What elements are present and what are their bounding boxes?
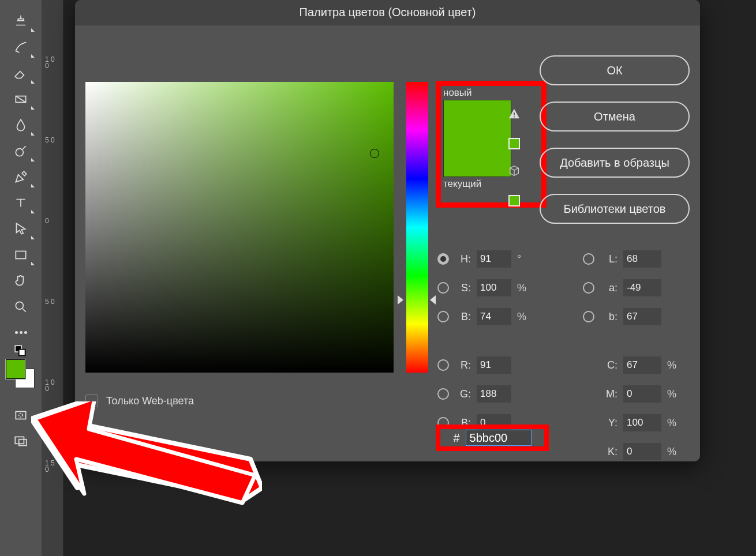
saturation-value-field[interactable] bbox=[85, 82, 394, 373]
eraser-tool[interactable] bbox=[10, 60, 31, 86]
svg-rect-2 bbox=[16, 251, 25, 258]
ruler-mark: 5 0 bbox=[45, 299, 57, 305]
ruler-mark: 1 0 0 bbox=[45, 380, 57, 392]
h-unit: ° bbox=[517, 253, 530, 265]
b-radio[interactable] bbox=[583, 311, 594, 322]
m-unit: % bbox=[667, 388, 680, 400]
ruler-mark: 0 bbox=[45, 218, 57, 224]
svg-rect-10 bbox=[514, 112, 515, 115]
svg-rect-9 bbox=[19, 439, 27, 445]
svg-rect-11 bbox=[514, 117, 515, 118]
stamp-tool[interactable] bbox=[10, 8, 31, 34]
ruler-mark: 5 0 bbox=[45, 137, 57, 144]
default-colors-icon[interactable] bbox=[10, 345, 31, 357]
hsb-rgb-fields: H:° S:% B:% R: G: B: bbox=[437, 249, 553, 433]
rectangle-tool[interactable] bbox=[10, 242, 31, 268]
add-to-swatches-button[interactable]: Добавить в образцы bbox=[540, 148, 690, 178]
history-brush-tool[interactable] bbox=[10, 34, 31, 60]
screen-mode-tool[interactable] bbox=[10, 428, 31, 454]
hex-hash-label: # bbox=[453, 431, 459, 445]
s-radio[interactable] bbox=[437, 282, 449, 294]
path-selection-tool[interactable] bbox=[10, 216, 31, 242]
svg-point-7 bbox=[19, 413, 23, 417]
svg-rect-6 bbox=[16, 411, 25, 419]
g-radio[interactable] bbox=[437, 388, 449, 400]
c-input[interactable] bbox=[623, 356, 661, 374]
type-tool[interactable] bbox=[10, 190, 31, 216]
ok-button[interactable]: ОК bbox=[540, 55, 690, 85]
gamut-warning-icon[interactable] bbox=[508, 107, 521, 123]
foreground-background-swatches[interactable] bbox=[6, 359, 35, 388]
blur-tool[interactable] bbox=[10, 112, 31, 138]
new-color-swatch[interactable] bbox=[444, 100, 511, 138]
h-input[interactable] bbox=[477, 250, 511, 268]
dialog-titlebar[interactable]: Палитра цветов (Основной цвет) bbox=[75, 0, 700, 25]
svg-rect-8 bbox=[15, 437, 24, 444]
l-radio[interactable] bbox=[583, 253, 594, 265]
dialog-buttons: ОК Отмена Добавить в образцы Библиотеки … bbox=[540, 55, 690, 224]
m-input[interactable] bbox=[623, 385, 661, 403]
foreground-color-swatch[interactable] bbox=[6, 359, 25, 379]
bv-radio[interactable] bbox=[437, 311, 449, 322]
hue-slider[interactable] bbox=[406, 82, 428, 373]
current-color-swatch[interactable] bbox=[444, 138, 511, 176]
y-label: Y: bbox=[600, 417, 617, 429]
quick-mask-tool[interactable] bbox=[10, 402, 31, 428]
vertical-ruler: 1 0 0 5 0 0 5 0 1 0 0 1 5 0 bbox=[42, 0, 63, 556]
edit-toolbar[interactable] bbox=[10, 320, 31, 345]
hue-indicator-left bbox=[398, 295, 403, 305]
gamut-closest-swatch[interactable] bbox=[508, 138, 520, 149]
m-label: M: bbox=[600, 388, 617, 400]
l-label: L: bbox=[600, 253, 617, 265]
h-radio[interactable] bbox=[437, 253, 449, 265]
dodge-tool[interactable] bbox=[10, 138, 31, 164]
color-picker-dialog: Палитра цветов (Основной цвет) новый тек… bbox=[75, 0, 700, 461]
a-label: a: bbox=[600, 282, 617, 294]
web-colors-checkbox[interactable] bbox=[85, 395, 98, 407]
svg-rect-5 bbox=[19, 350, 25, 356]
y-input[interactable] bbox=[623, 414, 661, 431]
ruler-mark: 1 0 0 bbox=[45, 57, 57, 69]
web-colors-only-option[interactable]: Только Web-цвета bbox=[85, 395, 194, 407]
cancel-button[interactable]: Отмена bbox=[540, 102, 690, 132]
r-radio[interactable] bbox=[437, 359, 449, 371]
hand-tool[interactable] bbox=[10, 268, 31, 294]
tools-panel bbox=[0, 0, 42, 556]
zoom-tool[interactable] bbox=[10, 294, 31, 320]
ruler-mark: 1 5 0 bbox=[45, 460, 57, 473]
websafe-warning-icon[interactable] bbox=[508, 164, 521, 180]
gradient-tool[interactable] bbox=[10, 86, 31, 112]
l-input[interactable] bbox=[623, 250, 661, 268]
svg-point-3 bbox=[16, 302, 23, 309]
s-input[interactable] bbox=[477, 279, 511, 296]
k-unit: % bbox=[667, 446, 680, 458]
pen-tool[interactable] bbox=[10, 164, 31, 190]
websafe-closest-swatch[interactable] bbox=[508, 195, 520, 206]
hex-highlight-annotation: # bbox=[436, 424, 549, 451]
g-input[interactable] bbox=[477, 385, 511, 403]
y-unit: % bbox=[667, 417, 680, 429]
lab-cmyk-fields: L: a: b: C:% M:% Y:% K:% bbox=[583, 249, 704, 461]
preview-highlight-annotation: новый текущий bbox=[436, 81, 547, 208]
hue-indicator-right bbox=[430, 295, 436, 305]
c-unit: % bbox=[667, 359, 680, 371]
color-preview[interactable] bbox=[443, 100, 511, 177]
color-libraries-button[interactable]: Библиотеки цветов bbox=[540, 194, 690, 224]
bv-unit: % bbox=[517, 311, 530, 323]
bv-input[interactable] bbox=[477, 308, 511, 325]
hex-input[interactable] bbox=[466, 430, 532, 446]
r-label: R: bbox=[455, 359, 471, 371]
color-picker-indicator bbox=[370, 149, 379, 158]
b-label: b: bbox=[600, 311, 617, 323]
a-input[interactable] bbox=[623, 279, 661, 296]
dialog-title: Палитра цветов (Основной цвет) bbox=[300, 6, 476, 19]
k-label: K: bbox=[600, 446, 617, 458]
preview-side-icons bbox=[508, 107, 521, 206]
a-radio[interactable] bbox=[583, 282, 594, 294]
new-color-label: новый bbox=[443, 87, 540, 99]
c-label: C: bbox=[600, 359, 617, 371]
b-input[interactable] bbox=[623, 308, 661, 325]
k-input[interactable] bbox=[623, 443, 661, 460]
bv-label: B: bbox=[455, 311, 471, 323]
r-input[interactable] bbox=[477, 356, 511, 374]
